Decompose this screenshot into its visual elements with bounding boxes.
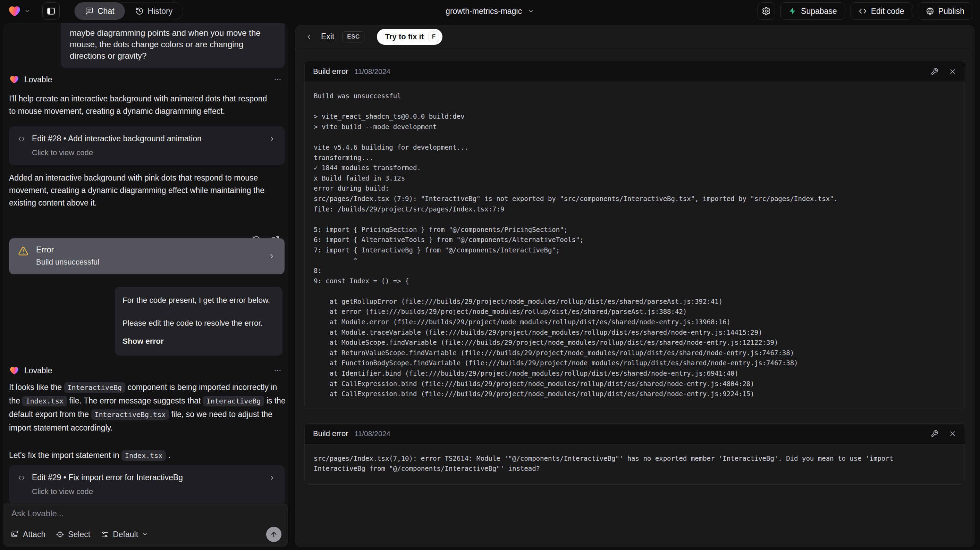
edit-card-subtitle: Click to view code: [32, 487, 275, 496]
attach-button[interactable]: Attach: [11, 530, 45, 539]
chevron-right-icon: [268, 252, 275, 260]
sliders-icon: [101, 530, 109, 539]
build-error-card-2: Build error 11/08/2024 src/pages/Index.t…: [304, 423, 965, 485]
code-icon: [18, 474, 25, 481]
publish-button[interactable]: Publish: [918, 2, 972, 20]
build-error-title: Build error: [313, 67, 348, 76]
f-key-badge: F: [429, 32, 439, 42]
error-viewer-header: Exit ESC Try to fix it F: [295, 26, 974, 48]
chevron-down-icon: [24, 8, 30, 14]
tab-chat-label: Chat: [97, 6, 115, 16]
text-segment: It looks like the: [9, 383, 64, 392]
history-icon: [135, 7, 144, 15]
arrow-up-icon: [270, 531, 278, 538]
user-message: maybe diagramming points and when you mo…: [61, 23, 285, 68]
send-button[interactable]: [266, 527, 282, 542]
close-icon[interactable]: [949, 430, 956, 437]
assistant-name: Lovable: [24, 75, 52, 84]
code-icon: [18, 136, 25, 142]
assistant-intro-text: I'll help create an interactive backgrou…: [9, 92, 287, 117]
build-error-title: Build error: [313, 429, 348, 438]
build-error-status-card[interactable]: Error Build unsuccessful: [9, 238, 285, 274]
topbar-actions: Supabase Edit code Publish: [757, 2, 972, 20]
esc-key-badge: ESC: [342, 31, 364, 42]
build-error-date: 11/08/2024: [354, 67, 390, 76]
error-status-subtitle: Build unsuccessful: [36, 258, 99, 267]
lovable-heart-icon: [9, 74, 19, 85]
close-icon[interactable]: [949, 68, 956, 75]
show-error-link[interactable]: Show error: [123, 336, 275, 346]
warning-triangle-icon: [18, 246, 29, 256]
chat-panel: maybe diagramming points and when you mo…: [3, 23, 288, 547]
error-status-title: Error: [36, 245, 99, 255]
lovable-heart-icon: [9, 365, 19, 376]
mode-label: Default: [113, 530, 138, 539]
select-crosshair-icon: [56, 530, 64, 539]
mode-dropdown[interactable]: Default: [101, 530, 148, 539]
supabase-label: Supabase: [801, 6, 837, 16]
project-name: growth-metrics-magic: [445, 6, 522, 16]
build-error-header: Build error 11/08/2024: [305, 61, 965, 82]
code-icon: [859, 7, 867, 15]
chat-input-toolbar: Attach Select: [11, 527, 282, 542]
edit-card-29[interactable]: Edit #29 • Fix import error for Interact…: [9, 465, 285, 504]
chevron-down-icon: [142, 531, 148, 537]
build-error-header: Build error 11/08/2024: [305, 424, 965, 445]
user-error-report-message: For the code present, I get the error be…: [115, 287, 283, 356]
error-viewer-panel: Exit ESC Try to fix it F Build error 11/…: [295, 25, 974, 547]
publish-label: Publish: [939, 6, 964, 16]
select-label: Select: [68, 530, 90, 539]
chat-input[interactable]: [11, 509, 268, 524]
project-switcher[interactable]: growth-metrics-magic: [445, 0, 535, 22]
edit-card-subtitle: Click to view code: [32, 148, 275, 157]
try-to-fix-label: Try to fix it: [385, 32, 424, 41]
build-error-card-1: Build error 11/08/2024 Build was unsucce…: [304, 61, 965, 410]
select-button[interactable]: Select: [56, 530, 90, 539]
gear-icon: [762, 6, 771, 16]
inline-code: InteractiveBg.tsx: [91, 410, 169, 420]
wrench-icon[interactable]: [931, 68, 939, 75]
edit-code-button[interactable]: Edit code: [851, 2, 912, 20]
error-list: Build error 11/08/2024 Build was unsucce…: [295, 48, 974, 497]
chat-history-tabs: Chat History: [74, 2, 183, 20]
lovable-heart-icon: [8, 4, 22, 18]
chat-bubble-icon: [85, 7, 93, 15]
edit-card-title: Edit #29 • Fix import error for Interact…: [32, 473, 183, 482]
inline-code: Index.tsx: [121, 450, 166, 461]
message-menu-ellipsis-icon[interactable]: [274, 366, 282, 375]
text-segment: Let's fix the import statement in: [9, 451, 121, 460]
sidebar-panel-icon: [46, 6, 56, 16]
build-error-date: 11/08/2024: [354, 429, 390, 438]
inline-code: Index.tsx: [22, 396, 67, 406]
inline-code: InteractiveBg: [64, 382, 126, 393]
edit-card-28[interactable]: Edit #28 • Add interactive background an…: [9, 126, 285, 165]
tab-chat[interactable]: Chat: [75, 2, 125, 20]
build-error-log: src/pages/Index.tsx(7,10): error TS2614:…: [305, 445, 965, 485]
assistant-fix-explanation: It looks like the InteractiveBg componen…: [9, 381, 287, 434]
exit-button[interactable]: Exit: [321, 32, 334, 41]
chevron-right-icon: [269, 136, 275, 142]
build-error-log: Build was unsuccessful > vite_react_shad…: [305, 82, 965, 410]
assistant-message-header: Lovable: [9, 365, 282, 376]
assistant-summary-text: Added an interactive background with pin…: [9, 172, 287, 209]
supabase-button[interactable]: Supabase: [780, 2, 845, 20]
settings-button[interactable]: [757, 2, 775, 20]
assistant-message-header: Lovable: [9, 74, 282, 85]
sidebar-toggle-button[interactable]: [42, 2, 60, 20]
try-to-fix-button[interactable]: Try to fix it F: [377, 29, 442, 45]
chevron-left-icon[interactable]: [305, 33, 313, 41]
chevron-right-icon: [269, 474, 275, 481]
message-menu-ellipsis-icon[interactable]: [274, 75, 282, 84]
text-segment: file. The error message suggests that: [67, 396, 203, 405]
lovable-logo-menu[interactable]: [8, 4, 30, 18]
tab-history-label: History: [148, 6, 173, 16]
chevron-down-icon: [528, 8, 535, 14]
edit-card-title: Edit #28 • Add interactive background an…: [32, 134, 202, 143]
assistant-name: Lovable: [24, 366, 52, 375]
chat-input-card: Attach Select: [3, 503, 288, 547]
tab-history[interactable]: History: [125, 2, 183, 20]
wrench-icon[interactable]: [931, 430, 939, 437]
user-report-line2: Please edit the code to resolve the erro…: [123, 318, 275, 328]
user-report-line1: For the code present, I get the error be…: [123, 295, 275, 306]
globe-icon: [926, 7, 934, 15]
